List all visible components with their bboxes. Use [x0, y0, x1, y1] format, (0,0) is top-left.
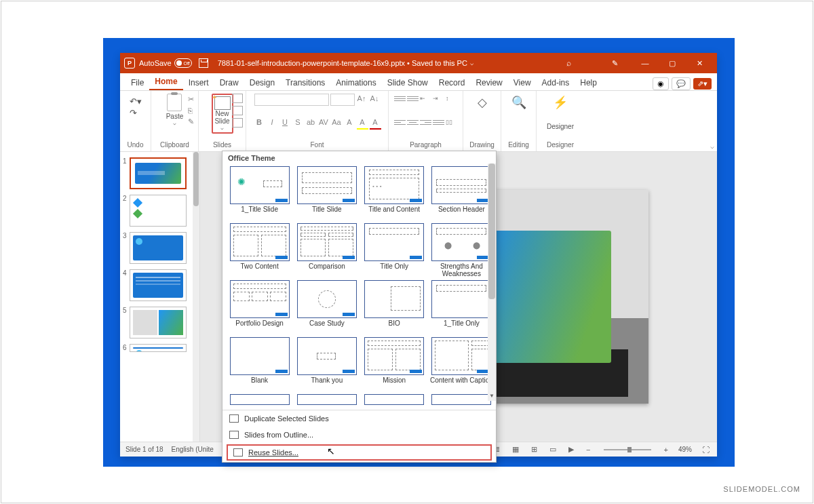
layout-option[interactable]: 1_Title Slide: [228, 166, 291, 220]
layout-option[interactable]: [363, 394, 426, 406]
numbering-icon[interactable]: [407, 94, 419, 103]
fit-to-window-icon[interactable]: ⛶: [700, 446, 712, 454]
layout-option[interactable]: Mission: [363, 337, 426, 391]
bold-button[interactable]: B: [254, 118, 265, 130]
tab-home[interactable]: Home: [149, 74, 182, 90]
align-center-icon[interactable]: [407, 117, 419, 127]
sorter-view-icon[interactable]: ⊞: [529, 445, 539, 454]
italic-button[interactable]: I: [267, 118, 278, 130]
layout-option[interactable]: Content with Caption: [430, 337, 493, 391]
font-color-icon[interactable]: A: [370, 118, 381, 130]
find-icon[interactable]: 🔍: [510, 94, 528, 111]
zoom-in-button[interactable]: +: [662, 446, 670, 454]
layout-option[interactable]: Title Only: [363, 223, 426, 277]
layout-option[interactable]: Comparison: [295, 223, 358, 277]
align-right-icon[interactable]: [420, 117, 431, 127]
layout-option[interactable]: [295, 394, 358, 406]
camera-button[interactable]: ◉: [653, 77, 669, 90]
tab-transitions[interactable]: Transitions: [280, 75, 330, 90]
redo-button[interactable]: ↷: [130, 108, 142, 118]
indent-left-icon[interactable]: ⇤: [420, 94, 431, 103]
indent-right-icon[interactable]: ⇥: [433, 94, 444, 103]
slideshow-view-icon[interactable]: ▶: [566, 445, 576, 454]
layout-option[interactable]: Title and Content: [363, 166, 426, 220]
pen-icon[interactable]: ✎: [612, 59, 618, 68]
reuse-slides-item[interactable]: Reuse Slides...: [227, 444, 492, 461]
tab-design[interactable]: Design: [244, 75, 280, 90]
increase-font-icon[interactable]: A↑: [356, 94, 368, 106]
collapse-ribbon-icon[interactable]: ⌵: [710, 142, 714, 150]
layout-option[interactable]: Title Slide: [295, 166, 358, 220]
layout-option[interactable]: [430, 394, 493, 406]
tab-view[interactable]: View: [508, 75, 537, 90]
search-icon[interactable]: ⌕: [566, 58, 571, 68]
highlight-icon[interactable]: A: [357, 118, 368, 130]
section-icon[interactable]: [232, 118, 243, 128]
drawing-icon[interactable]: ◇: [473, 94, 491, 111]
tab-animations[interactable]: Animations: [330, 75, 381, 90]
layout-option[interactable]: Two Content: [228, 223, 291, 277]
underline-button[interactable]: U: [279, 118, 291, 130]
cut-icon[interactable]: ✂: [188, 95, 194, 104]
tab-record[interactable]: Record: [433, 75, 471, 90]
maximize-button[interactable]: ▢: [659, 53, 686, 73]
undo-button[interactable]: ↶▾: [130, 96, 142, 106]
layout-option[interactable]: Section Header: [430, 166, 493, 220]
thumb-1[interactable]: 1: [123, 157, 197, 189]
tab-help[interactable]: Help: [575, 75, 602, 90]
layout-icon[interactable]: [232, 94, 243, 103]
tab-file[interactable]: File: [125, 75, 149, 90]
designer-icon[interactable]: ⚡: [551, 94, 569, 111]
clear-format-icon[interactable]: A: [344, 118, 355, 130]
layout-option[interactable]: BIO: [363, 280, 426, 334]
layout-option[interactable]: Case Study: [295, 280, 358, 334]
close-button[interactable]: ✕: [686, 53, 713, 73]
comments-button[interactable]: 💬: [672, 77, 691, 90]
columns-icon[interactable]: ▯▯: [446, 117, 457, 127]
zoom-slider[interactable]: [604, 449, 651, 450]
thumb-6[interactable]: 6: [123, 344, 197, 352]
font-size-select[interactable]: [330, 94, 355, 106]
decrease-font-icon[interactable]: A↓: [369, 94, 381, 106]
thumbs-scrollbar[interactable]: [193, 152, 199, 442]
tab-addins[interactable]: Add-ins: [537, 75, 575, 90]
share-button[interactable]: ⇗▾: [693, 78, 712, 90]
autosave-toggle[interactable]: Off: [174, 58, 192, 68]
slides-from-outline-item[interactable]: Slides from Outline...: [222, 427, 496, 443]
justify-icon[interactable]: [433, 117, 444, 127]
line-spacing-icon[interactable]: ↕: [446, 94, 457, 103]
thumb-4[interactable]: 4: [123, 269, 197, 301]
layout-option[interactable]: Strengths And Weaknesses: [430, 223, 493, 277]
tab-review[interactable]: Review: [470, 75, 507, 90]
chevron-down-icon[interactable]: ⌵: [470, 60, 473, 66]
normal-view-icon[interactable]: ▦: [510, 445, 521, 454]
thumb-3[interactable]: 3: [123, 232, 197, 264]
align-left-icon[interactable]: [394, 117, 406, 127]
layout-option[interactable]: Portfolio Design: [228, 280, 291, 334]
tab-insert[interactable]: Insert: [183, 75, 214, 90]
strike-button[interactable]: S: [292, 118, 304, 130]
layout-scrollbar[interactable]: ▲ ▼: [488, 163, 496, 401]
thumb-5[interactable]: 5: [123, 307, 197, 338]
tab-draw[interactable]: Draw: [214, 75, 244, 90]
layout-option[interactable]: Thank you: [295, 337, 358, 391]
layout-option[interactable]: 1_Title Only: [430, 280, 493, 334]
thumb-2[interactable]: 2: [123, 195, 197, 227]
paste-button[interactable]: Paste⌵: [166, 94, 184, 126]
reading-view-icon[interactable]: ▭: [547, 445, 558, 454]
layout-option[interactable]: Blank: [228, 337, 291, 391]
spacing-button[interactable]: AV: [318, 118, 330, 130]
case-button[interactable]: Aa: [331, 118, 343, 130]
format-painter-icon[interactable]: ✎: [188, 117, 194, 126]
copy-icon[interactable]: ⎘: [188, 106, 194, 115]
language-status[interactable]: English (Unite: [172, 446, 214, 453]
reset-icon[interactable]: [232, 106, 243, 115]
bullets-icon[interactable]: [394, 94, 406, 103]
new-slide-button[interactable]: New Slide⌵: [212, 94, 233, 134]
shadow-button[interactable]: ab: [305, 118, 317, 130]
layout-option[interactable]: [228, 394, 291, 406]
tab-slideshow[interactable]: Slide Show: [382, 75, 433, 90]
zoom-out-button[interactable]: −: [584, 446, 592, 454]
duplicate-slides-item[interactable]: Duplicate Selected Slides: [222, 410, 496, 427]
save-icon[interactable]: [199, 58, 208, 68]
